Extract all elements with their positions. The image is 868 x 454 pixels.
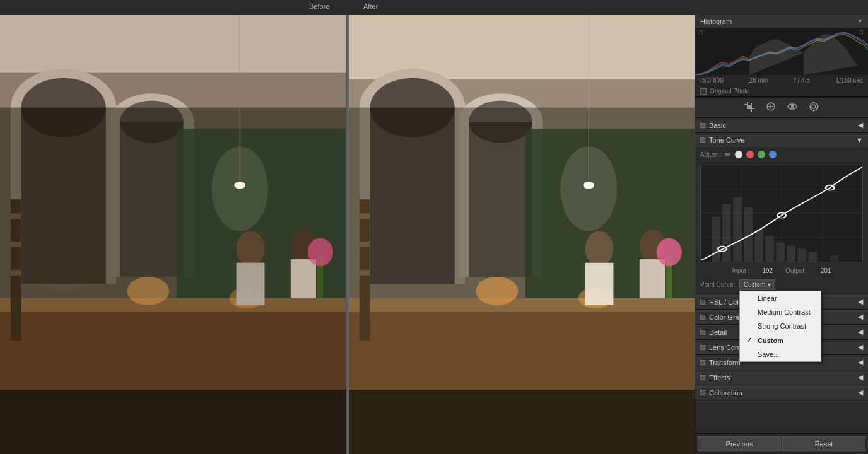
svg-rect-93 — [809, 252, 818, 262]
dropdown-chevron: ▾ — [768, 281, 771, 288]
svg-rect-33 — [349, 15, 695, 79]
output-label: Output : — [785, 267, 808, 274]
svg-rect-1 — [0, 15, 346, 73]
basic-section[interactable]: Basic ◀ — [695, 118, 868, 133]
shutter-value: 1/160 sec — [836, 77, 863, 84]
effects-label: Effects — [709, 374, 730, 381]
svg-point-53 — [585, 231, 614, 266]
right-panel: Histogram ▼ ◻ ◻ — [695, 15, 868, 454]
dropdown-item-linear-label: Linear — [758, 294, 777, 302]
tone-curve-label: Tone Curve — [709, 136, 744, 144]
blue-channel-dot[interactable] — [769, 151, 777, 158]
tone-curve-section: Tone Curve ▼ Adjust : ✏ — [695, 133, 868, 294]
effects-section[interactable]: Effects ◀ — [695, 370, 868, 385]
svg-rect-90 — [776, 242, 785, 262]
after-photo — [349, 15, 695, 454]
histogram-section: Histogram ▼ ◻ ◻ — [695, 15, 868, 98]
histogram-meta: ISO 800 26 mm f / 4.5 1/160 sec — [695, 75, 868, 86]
redeye-icon[interactable] — [787, 102, 797, 114]
dropdown-item-medium-contrast[interactable]: Medium Contrast — [740, 305, 821, 319]
svg-point-28 — [308, 238, 333, 267]
effects-indicator — [700, 375, 705, 380]
crop-icon[interactable] — [744, 102, 754, 114]
point-curve-value: Custom — [744, 281, 765, 288]
histogram-overflow-right: ◻ — [859, 29, 864, 34]
point-curve-row: Point Curve : Custom ▾ Linear Medium Con… — [695, 277, 868, 294]
detail-label: Detail — [709, 329, 727, 336]
before-panel — [0, 15, 347, 454]
svg-point-61 — [561, 146, 617, 231]
svg-rect-13 — [0, 305, 346, 390]
histogram-header[interactable]: Histogram ▼ — [695, 15, 868, 28]
calibration-indicator — [700, 390, 705, 395]
check-strong — [746, 322, 754, 330]
svg-rect-46 — [349, 390, 695, 454]
svg-rect-91 — [787, 246, 796, 262]
svg-rect-52 — [360, 270, 370, 276]
pencil-icon[interactable]: ✏ — [725, 150, 731, 159]
original-photo-checkbox[interactable] — [700, 88, 707, 95]
histogram-canvas: ◻ ◻ — [695, 28, 868, 75]
original-photo-label: Original Photo — [710, 88, 749, 95]
svg-rect-84 — [712, 217, 720, 262]
top-bar: Before After — [0, 0, 868, 15]
svg-rect-19 — [11, 213, 21, 219]
svg-point-16 — [127, 277, 169, 305]
svg-rect-24 — [237, 263, 265, 305]
before-photo — [0, 15, 346, 454]
tool-row — [695, 98, 868, 118]
previous-button[interactable]: Previous — [698, 436, 781, 451]
svg-point-70 — [791, 105, 794, 108]
original-photo-row: Original Photo — [695, 86, 868, 97]
green-channel-dot[interactable] — [758, 151, 765, 158]
dropdown-item-strong-label: Strong Contrast — [758, 322, 806, 330]
dropdown-item-save[interactable]: Save... — [740, 347, 821, 361]
dropdown-item-custom[interactable]: ✓ Custom — [740, 333, 821, 347]
transform-indicator — [700, 360, 705, 365]
corrections-indicator — [700, 345, 705, 350]
photo-area — [0, 15, 695, 454]
dropdown-item-linear[interactable]: Linear — [740, 291, 821, 305]
red-channel-dot[interactable] — [746, 151, 754, 158]
tone-curve-header[interactable]: Tone Curve ▼ — [695, 133, 868, 147]
hsl-arrow: ◀ — [858, 298, 863, 306]
white-channel-dot[interactable] — [735, 151, 742, 158]
grading-indicator — [700, 315, 705, 320]
calibration-label: Calibration — [709, 389, 742, 397]
dropdown-item-save-label: Save... — [758, 351, 779, 358]
svg-rect-88 — [754, 230, 763, 262]
main-content: Histogram ▼ ◻ ◻ — [0, 15, 868, 454]
point-curve-dropdown[interactable]: Custom ▾ — [739, 279, 775, 290]
reset-button[interactable]: Reset — [782, 436, 865, 451]
detail-indicator — [700, 330, 705, 335]
histogram-title: Histogram — [700, 18, 732, 25]
svg-point-47 — [476, 277, 518, 305]
svg-rect-14 — [0, 298, 346, 312]
mm-value: 26 mm — [749, 77, 768, 84]
adjust-icon[interactable] — [809, 102, 819, 114]
svg-rect-20 — [11, 242, 21, 247]
transform-arrow: ◀ — [858, 358, 863, 366]
dropdown-item-strong-contrast[interactable]: Strong Contrast — [740, 319, 821, 333]
dropdown-item-custom-label: Custom — [758, 337, 783, 344]
svg-point-72 — [812, 105, 816, 108]
histogram-overflow-left: ◻ — [699, 29, 704, 34]
output-value: 201 — [821, 267, 831, 274]
svg-rect-92 — [798, 249, 807, 262]
iso-value: ISO 800 — [700, 77, 724, 84]
before-label: Before — [309, 3, 329, 10]
check-save — [746, 351, 754, 358]
basic-arrow: ◀ — [858, 121, 863, 129]
dropdown-item-medium-label: Medium Contrast — [758, 308, 811, 316]
heal-icon[interactable] — [766, 102, 776, 114]
svg-rect-15 — [0, 390, 346, 454]
svg-rect-21 — [11, 270, 21, 276]
svg-point-31 — [212, 146, 268, 231]
calibration-section[interactable]: Calibration ◀ — [695, 385, 868, 400]
after-panel — [349, 15, 695, 454]
effects-arrow: ◀ — [858, 373, 863, 381]
tone-curve-graph[interactable] — [700, 165, 863, 262]
svg-rect-94 — [830, 255, 839, 262]
point-curve-menu: Linear Medium Contrast Strong Contrast ✓… — [739, 291, 821, 362]
svg-rect-56 — [640, 259, 665, 298]
